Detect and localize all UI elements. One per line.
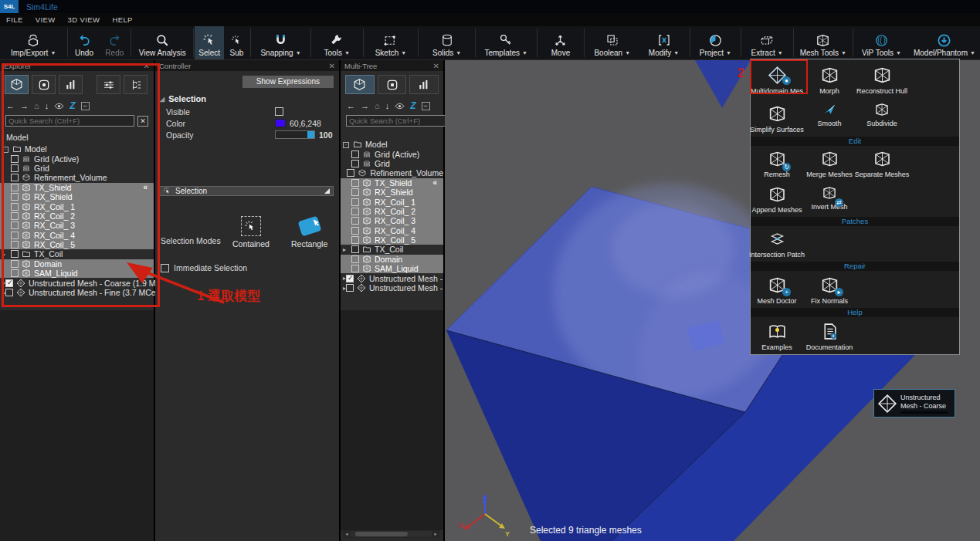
visibility-checkbox[interactable] <box>11 232 19 239</box>
tools-button[interactable]: Tools▼ <box>312 26 362 59</box>
move-button[interactable]: Move <box>538 26 584 59</box>
snapping-button[interactable]: Snapping▼ <box>252 26 310 59</box>
visibility-checkbox[interactable] <box>11 241 19 249</box>
menu-3d-view[interactable]: 3D VIEW <box>68 15 100 24</box>
tree-item-refinement-volume[interactable]: Refinement_Volume <box>341 168 443 178</box>
z-sort-icon[interactable]: Z <box>70 100 75 111</box>
close-icon[interactable]: ✕ <box>433 62 439 70</box>
visibility-checkbox[interactable] <box>11 193 19 201</box>
visibility-checkbox[interactable] <box>351 236 359 244</box>
view-analysis-button[interactable]: View Analysis <box>132 26 193 59</box>
down-arrow-icon[interactable]: ↓ <box>45 101 49 110</box>
tree-item-unstructured-mesh-fine[interactable]: ▸Unstructured Mesh - Fine (3.7 MCells) <box>0 288 154 297</box>
close-icon[interactable]: ✕ <box>144 62 150 70</box>
scroll-left-icon[interactable]: ◂ <box>343 531 351 537</box>
tree-item-rx-coil-5[interactable]: RX_Coil_ 5 <box>0 240 154 249</box>
color-swatch[interactable] <box>275 119 286 127</box>
select-button[interactable]: Select <box>195 26 223 59</box>
visibility-checkbox[interactable] <box>351 245 359 253</box>
expander-icon[interactable]: ▸ <box>343 246 351 253</box>
tree-item-grid[interactable]: Grid <box>341 159 443 168</box>
simplify-surfaces-button[interactable]: Simplify Surfaces <box>751 98 803 137</box>
expander-icon[interactable]: ▸ <box>2 251 11 258</box>
scrollbar-thumb[interactable] <box>355 532 408 536</box>
redo-button[interactable]: Redo <box>100 26 130 59</box>
dropdown-arrow-icon[interactable]: ▼ <box>344 50 350 56</box>
dropdown-arrow-icon[interactable]: ▼ <box>50 50 56 56</box>
visibility-checkbox[interactable] <box>11 164 19 172</box>
visibility-checkbox[interactable] <box>351 179 359 187</box>
down-arrow-icon[interactable]: ↓ <box>385 101 390 110</box>
visibility-checkbox[interactable] <box>346 275 354 282</box>
show-expressions-button[interactable]: Show Expressions <box>242 76 334 88</box>
menu-help[interactable]: HELP <box>112 15 132 24</box>
tree-item-refinement-volume[interactable]: Refinement_Volume <box>0 173 154 182</box>
extract-button[interactable]: Extract▼ <box>742 26 792 59</box>
subdivide-button[interactable]: Subdivide <box>856 98 908 130</box>
tree-item-rx-coil-3[interactable]: RX_Coil_ 3 <box>341 216 443 225</box>
dropdown-arrow-icon[interactable]: ▼ <box>896 50 901 56</box>
collapse-triangle-icon[interactable]: ◢ <box>160 96 164 103</box>
append-meshes-button[interactable]: Append Meshes <box>751 181 803 217</box>
menu-view[interactable]: VIEW <box>36 15 56 24</box>
tree-item-rx-coil-4[interactable]: RX_Coil_ 4 <box>341 226 443 235</box>
visible-checkbox[interactable] <box>275 107 283 116</box>
tree-item-tx-shield[interactable]: TX_Shield« <box>341 178 443 188</box>
menu-file[interactable]: FILE <box>6 15 23 24</box>
visibility-checkbox[interactable] <box>11 250 19 258</box>
opacity-slider-handle[interactable] <box>307 131 314 138</box>
tab-simulation-view[interactable] <box>32 75 56 94</box>
search-input[interactable] <box>5 115 134 127</box>
tab-analysis-view[interactable] <box>409 75 439 94</box>
close-icon[interactable]: ✕ <box>329 62 335 70</box>
tree-item-rx-shield[interactable]: RX_Shield <box>0 192 154 201</box>
documentation-button[interactable]: Documentation <box>803 317 856 354</box>
tab-settings-view[interactable] <box>97 75 120 94</box>
home-icon[interactable]: ⌂ <box>375 101 380 110</box>
project-button[interactable]: Project▼ <box>691 26 740 59</box>
explorer-panel-header[interactable]: Explorer ✕ <box>0 60 154 71</box>
tree-item-sam-liquid[interactable]: SAM_Liquid <box>0 269 154 278</box>
tree-item-rx-shield[interactable]: RX_Shield <box>341 188 443 197</box>
collapse-all-icon[interactable]: − <box>81 102 90 110</box>
visibility-checkbox[interactable] <box>351 160 359 167</box>
visibility-checkbox[interactable] <box>351 217 359 225</box>
tree-item-grid[interactable]: Grid <box>0 164 154 173</box>
templates-button[interactable]: Templates▼ <box>476 26 536 59</box>
merge-meshes-button[interactable]: Merge Meshes <box>803 146 856 181</box>
expander-icon[interactable]: · <box>343 142 349 148</box>
invert-mesh-button[interactable]: ⇄ Invert Mesh <box>803 181 856 214</box>
tree-item-rx-coil-3[interactable]: RX_Coil_ 3 <box>0 221 154 230</box>
visibility-checkbox[interactable] <box>351 150 359 158</box>
visibility-checkbox[interactable] <box>11 155 19 163</box>
dropdown-arrow-icon[interactable]: ▼ <box>841 50 846 56</box>
tree-item-rx-coil-2[interactable]: RX_Coil_ 2 <box>0 211 154 221</box>
back-arrow-icon[interactable]: ← <box>6 101 15 110</box>
dropdown-arrow-icon[interactable]: ▼ <box>970 50 975 56</box>
visibility-checkbox[interactable] <box>11 212 19 220</box>
intersection-patch-button[interactable]: Intersection Patch <box>751 226 803 262</box>
visibility-checkbox[interactable] <box>5 289 13 296</box>
multi-tree-panel-header[interactable]: Multi-Tree ✕ <box>341 60 443 71</box>
dropdown-arrow-icon[interactable]: ▼ <box>726 50 731 56</box>
mesh-tools-button[interactable]: Mesh Tools▼ <box>795 26 853 59</box>
tree-item-grid-active[interactable]: Grid (Active) <box>341 149 443 158</box>
selection-group-header[interactable]: ◢ Selection <box>155 94 206 103</box>
visibility-checkbox[interactable] <box>11 260 19 268</box>
dropdown-arrow-icon[interactable]: ▼ <box>625 50 630 56</box>
dropdown-arrow-icon[interactable]: ▼ <box>456 50 461 56</box>
mesh-doctor-button[interactable]: + Mesh Doctor <box>751 271 803 308</box>
forward-arrow-icon[interactable]: → <box>20 101 29 110</box>
fix-normals-button[interactable]: ▸ Fix Normals <box>803 271 856 308</box>
tree-item-rx-coil-1[interactable]: RX_Coil_ 1 <box>0 201 154 211</box>
morph-button[interactable]: Morph <box>803 59 856 98</box>
tree-item-sam-liquid[interactable]: SAM_Liquid <box>341 264 443 273</box>
z-sort-icon[interactable]: Z <box>410 100 415 111</box>
tab-model-view[interactable] <box>5 75 29 94</box>
visibility-checkbox[interactable] <box>11 174 19 181</box>
model-phantom-button[interactable]: Model/Phantom▼ <box>909 26 980 59</box>
tab-simulation-view[interactable] <box>378 75 407 94</box>
dropdown-arrow-icon[interactable]: ▼ <box>673 50 679 56</box>
search-input[interactable] <box>346 115 454 127</box>
multidomain-mesh-button[interactable]: ● Multidomain Mes <box>751 59 803 98</box>
